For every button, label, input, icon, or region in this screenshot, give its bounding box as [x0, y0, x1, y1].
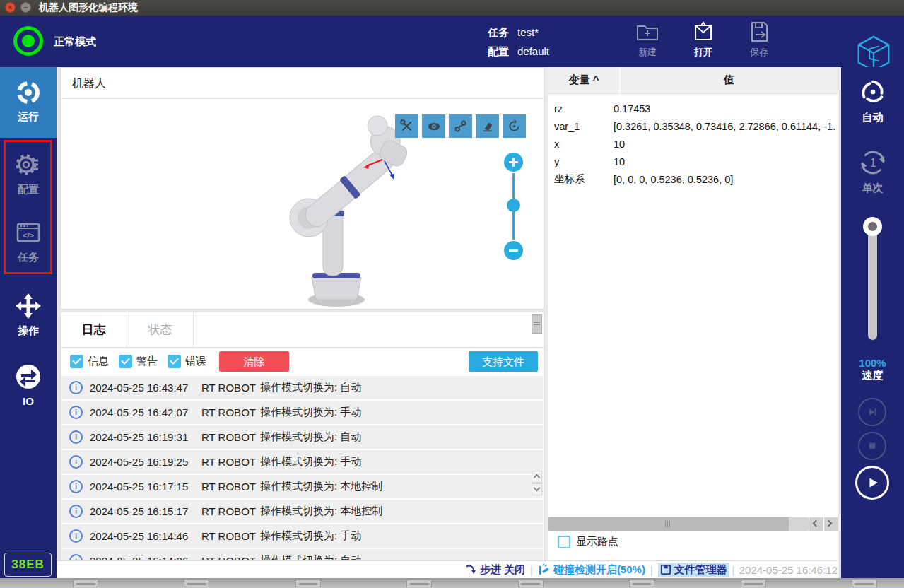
checkbox-warning[interactable]: [119, 355, 132, 368]
log-message: 操作模式切换为: 自动: [260, 554, 361, 560]
taskbar-thumbnail[interactable]: [518, 579, 544, 587]
variable-value: [0.3261, 0.35348, 0.73416, 2.72866, 0.61…: [614, 121, 838, 132]
svg-text:</>: </>: [23, 231, 34, 240]
log-time: 2024-05-25 16:15:17: [90, 505, 201, 517]
variable-row[interactable]: x 10: [548, 135, 838, 153]
scroll-left-icon[interactable]: [809, 517, 823, 531]
variable-value: 10: [614, 156, 838, 167]
variable-row[interactable]: rz 0.17453: [548, 100, 838, 117]
left-sidebar: 运行 配置 </>: [0, 67, 57, 578]
variables-rows: rz 0.17453 var_1 [0.3261, 0.35348, 0.734…: [548, 94, 838, 188]
log-row[interactable]: 2024-05-25 16:14:26 RT ROBOT 操作模式切换为: 自动: [61, 549, 543, 560]
log-row[interactable]: 2024-05-25 16:19:31 RT ROBOT 操作模式切换为: 自动: [61, 425, 543, 449]
taskbar-thumbnail[interactable]: [852, 579, 877, 587]
sidebar-item-config[interactable]: 配置: [0, 151, 57, 196]
support-files-button[interactable]: 支持文件: [469, 351, 538, 372]
open-button[interactable]: 打开: [683, 19, 724, 59]
log-message: 操作模式切换为: 自动: [260, 381, 361, 394]
eraser-icon[interactable]: [476, 114, 499, 138]
variable-row[interactable]: 坐标系 [0, 0, 0, 0.5236, 0.5236, 0]: [548, 170, 838, 188]
hscroll-thumb[interactable]: [548, 517, 789, 531]
speed-slider-handle[interactable]: [863, 217, 882, 236]
variable-name: x: [548, 139, 614, 150]
play-button[interactable]: [855, 466, 889, 500]
status-badge: 38EB: [4, 553, 52, 577]
speed-value: 100%: [841, 357, 904, 369]
collision-status[interactable]: 碰撞检测开启(50%): [538, 563, 645, 577]
log-row[interactable]: 2024-05-25 16:17:15 RT ROBOT 操作模式切换为: 本地…: [61, 475, 543, 498]
speed-slider-track[interactable]: [868, 227, 877, 340]
variable-name: rz: [548, 103, 614, 114]
taskbar-thumbnail[interactable]: [741, 579, 766, 587]
status-separator: |: [650, 564, 653, 576]
checkbox-error[interactable]: [168, 355, 181, 368]
path-icon[interactable]: [449, 114, 472, 138]
taskbar-thumbnail[interactable]: [184, 579, 209, 587]
stop-button[interactable]: [858, 432, 886, 460]
show-waypoints-checkbox[interactable]: [558, 536, 570, 548]
speed-slider: [841, 217, 904, 344]
new-button[interactable]: 新建: [627, 19, 668, 59]
zoom-out-icon[interactable]: [504, 241, 523, 260]
zoom-in-icon[interactable]: [504, 153, 523, 172]
header: 正常模式 任务test* 配置default 新建 打开: [0, 16, 904, 67]
taskbar-thumbnail[interactable]: [406, 579, 432, 587]
file-manager-status[interactable]: 文件管理器: [658, 563, 729, 577]
skip-button[interactable]: [858, 398, 886, 426]
close-icon[interactable]: [5, 2, 16, 13]
sidebar-item-io[interactable]: IO: [0, 363, 57, 407]
step-arrow-icon: [465, 564, 477, 576]
variable-value: [0, 0, 0, 0.5236, 0.5236, 0]: [614, 174, 838, 185]
taskbar-thumbnail[interactable]: [629, 579, 654, 587]
rotate-icon[interactable]: [503, 114, 526, 138]
scroll-right-icon[interactable]: [824, 517, 838, 531]
clear-button[interactable]: 清除: [219, 351, 289, 372]
taskbar-thumbnail[interactable]: [73, 579, 98, 587]
sidebar-item-operate[interactable]: 操作: [0, 292, 57, 338]
log-scrollbar-thumb[interactable]: [532, 314, 542, 334]
new-folder-icon: [627, 19, 668, 45]
status-bar: 步进 关闭 | 碰撞检测开启(50%) | 文件管理器 | 2024-05-25…: [57, 560, 838, 578]
run-target-icon: [0, 79, 57, 106]
log-panel: 日志 状态 信息 警告 错误 清除 支持文件 2024-05-25 16:43:…: [60, 312, 544, 560]
scroll-up-icon[interactable]: [532, 471, 542, 483]
eye-icon[interactable]: [422, 114, 445, 138]
robot-panel: 机器人: [60, 67, 544, 310]
log-message: 操作模式切换为: 手动: [260, 406, 361, 419]
log-row[interactable]: 2024-05-25 16:15:17 RT ROBOT 操作模式切换为: 本地…: [61, 500, 543, 523]
tools-icon[interactable]: [395, 114, 418, 138]
log-list[interactable]: 2024-05-25 16:43:47 RT ROBOT 操作模式切换为: 自动…: [61, 375, 544, 560]
robot-panel-title: 机器人: [61, 68, 544, 99]
variables-name-header[interactable]: 变量 ^: [548, 74, 619, 87]
sidebar-item-task[interactable]: </> 任务: [0, 218, 57, 264]
zoom-slider-handle[interactable]: [507, 199, 520, 212]
log-row[interactable]: 2024-05-25 16:43:47 RT ROBOT 操作模式切换为: 自动: [61, 376, 543, 399]
status-timestamp: 2024-05-25 16:46:12: [739, 564, 838, 576]
scroll-down-icon[interactable]: [532, 483, 542, 495]
log-tabs: 日志 状态: [61, 312, 544, 348]
checkbox-info-label: 信息: [88, 355, 109, 368]
task-row: 任务test*: [488, 23, 549, 42]
robot-3d-view[interactable]: [61, 99, 544, 308]
sidebar-item-run[interactable]: 运行: [0, 67, 57, 138]
log-message: 操作模式切换为: 本地控制: [260, 480, 382, 493]
minimize-icon[interactable]: [20, 2, 31, 13]
variables-value-header[interactable]: 值: [621, 74, 838, 87]
variable-row[interactable]: var_1 [0.3261, 0.35348, 0.73416, 2.72866…: [548, 117, 838, 135]
single-cycle-icon: 1: [841, 146, 904, 179]
auto-label: 自动: [841, 111, 904, 124]
taskbar-thumbnail[interactable]: [295, 579, 321, 587]
step-status[interactable]: 步进 关闭: [465, 563, 525, 577]
tab-log[interactable]: 日志: [61, 312, 127, 347]
hscroll-arrows: [809, 517, 838, 531]
mode-auto-button[interactable]: 自动: [841, 76, 904, 124]
checkbox-info[interactable]: [70, 355, 83, 368]
tab-status[interactable]: 状态: [127, 312, 194, 347]
mode-single-button[interactable]: 1 单次: [841, 146, 904, 195]
log-row[interactable]: 2024-05-25 16:19:25 RT ROBOT 操作模式切换为: 手动: [61, 450, 543, 474]
save-button[interactable]: 保存: [739, 19, 780, 59]
log-row[interactable]: 2024-05-25 16:14:46 RT ROBOT 操作模式切换为: 手动: [61, 524, 543, 548]
log-row[interactable]: 2024-05-25 16:42:07 RT ROBOT 操作模式切换为: 手动: [61, 401, 543, 424]
zoom-slider[interactable]: [512, 173, 515, 240]
variable-row[interactable]: y 10: [548, 153, 838, 170]
